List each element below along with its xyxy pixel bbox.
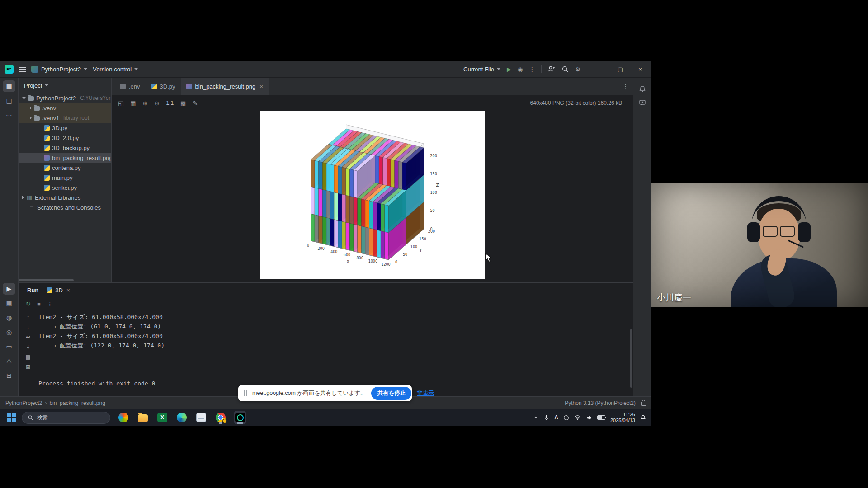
file-explorer-icon[interactable] xyxy=(137,411,149,424)
run-tab[interactable]: 3D × xyxy=(47,287,70,294)
tree-item-senkei-py[interactable]: senkei.py xyxy=(19,183,111,192)
project-widget[interactable]: PythonProject2 xyxy=(31,66,87,73)
settings-gear-icon[interactable]: ⚙ xyxy=(575,66,580,72)
close-icon[interactable]: × xyxy=(259,83,263,90)
tree-item-pythonproject2[interactable]: PythonProject2C:¥Users¥one xyxy=(19,93,111,103)
debug-button[interactable]: ◉ xyxy=(518,66,523,72)
project-tool-icon[interactable]: ▤ xyxy=(3,80,15,92)
editor-tab-3d-py[interactable]: 3D.py xyxy=(146,78,181,95)
clock-icon[interactable] xyxy=(563,415,569,421)
zoom-in-icon[interactable]: ⊕ xyxy=(143,100,148,106)
tree-item-3d-2-0-py[interactable]: 3D_2.0.py xyxy=(19,133,111,143)
zoom-ratio-label[interactable]: 1:1 xyxy=(166,100,174,106)
edge-icon[interactable] xyxy=(176,411,188,424)
scroll-up-icon[interactable]: ↑ xyxy=(23,312,33,322)
edit-external-icon[interactable]: ✎ xyxy=(193,100,198,106)
stop-icon[interactable]: ■ xyxy=(37,301,41,307)
chevron-right-icon[interactable] xyxy=(30,106,32,110)
battery-icon[interactable] xyxy=(597,415,605,420)
ime-indicator[interactable]: A xyxy=(554,414,558,421)
clear-console-icon[interactable]: ⊠ xyxy=(23,362,33,371)
scroll-down-icon[interactable]: ↓ xyxy=(23,322,33,332)
tree-item-external-libraries[interactable]: ▥External Libraries xyxy=(19,192,111,202)
tree-item-main-py[interactable]: main.py xyxy=(19,173,111,183)
close-icon[interactable]: × xyxy=(66,287,70,294)
tree-item-scratches-and-consoles[interactable]: ≣Scratches and Consoles xyxy=(19,202,111,212)
speaker-icon[interactable] xyxy=(586,415,592,421)
viewer-icons: ◱▦⊕⊖ xyxy=(118,100,159,106)
services-tool-icon[interactable]: ◍ xyxy=(3,312,15,324)
drag-handle-icon[interactable] xyxy=(244,390,247,396)
interpreter-widget[interactable]: Python 3.13 (PythonProject2) xyxy=(565,400,636,406)
svg-text:600: 600 xyxy=(343,253,350,257)
search-everywhere-icon[interactable] xyxy=(561,66,569,73)
tree-item-bin-packing-result-png[interactable]: bin_packing_result.png xyxy=(19,153,111,163)
chevron-down-icon[interactable] xyxy=(22,97,26,99)
notepad-icon[interactable] xyxy=(195,411,207,424)
lock-icon[interactable] xyxy=(641,402,646,406)
notification-bell-icon[interactable] xyxy=(640,414,646,421)
horizontal-scrollbar[interactable] xyxy=(19,279,74,281)
version-control-tool-icon[interactable]: ⊞ xyxy=(3,370,15,381)
zoom-out-icon[interactable]: ⊖ xyxy=(155,100,160,106)
breadcrumb-file[interactable]: bin_packing_result.png xyxy=(49,400,105,406)
tree-item-venv[interactable]: .venv xyxy=(19,103,111,113)
project-panel-header[interactable]: Project xyxy=(19,78,111,93)
print-icon[interactable]: ▤ xyxy=(23,352,33,361)
copilot-icon[interactable] xyxy=(118,411,129,424)
version-control-widget[interactable]: Version control xyxy=(93,66,138,73)
console-scrollbar[interactable] xyxy=(630,329,632,388)
webcam-video-tile[interactable]: 小川慶一 xyxy=(651,183,868,307)
breadcrumb-project[interactable]: PythonProject2 xyxy=(5,400,42,406)
code-with-me-icon[interactable] xyxy=(548,66,555,73)
notifications-bell-icon[interactable] xyxy=(637,83,648,95)
scroll-to-end-icon[interactable]: ↧ xyxy=(23,342,33,352)
clock-widget[interactable]: 11:26 2025/04/13 xyxy=(610,412,635,423)
minimize-button[interactable]: – xyxy=(594,66,607,73)
chevron-right-icon[interactable] xyxy=(22,196,24,199)
tree-item-contena-py[interactable]: contena.py xyxy=(19,163,111,173)
python-console-tool-icon[interactable]: ◎ xyxy=(3,326,15,338)
editor-tab-bin-packing-result-png[interactable]: bin_packing_result.png× xyxy=(181,78,269,95)
tree-item-venv1[interactable]: .venv1library root xyxy=(19,113,111,123)
chevron-right-icon[interactable] xyxy=(30,116,32,120)
hidden-icons-chevron-icon[interactable] xyxy=(533,415,538,420)
start-button[interactable] xyxy=(7,413,16,422)
terminal-tool-icon[interactable]: ▭ xyxy=(3,341,15,352)
fit-content-icon[interactable]: ◱ xyxy=(118,100,123,106)
run-tool-icon[interactable]: ▶ xyxy=(3,283,15,295)
run-more-options-icon[interactable]: ⋮ xyxy=(47,301,53,307)
soft-wrap-icon[interactable]: ↩ xyxy=(23,332,33,342)
problems-tool-icon[interactable]: ⚠ xyxy=(3,355,15,367)
tree-item-3d-backup-py[interactable]: 3D_backup.py xyxy=(19,143,111,153)
structure-tool-icon[interactable]: ◫ xyxy=(3,95,15,107)
close-button[interactable]: × xyxy=(633,66,647,73)
wifi-icon[interactable] xyxy=(574,415,581,420)
python-packages-tool-icon[interactable]: ▦ xyxy=(3,297,15,309)
pycharm-taskbar-icon[interactable] xyxy=(234,411,246,424)
rerun-icon[interactable]: ↻ xyxy=(26,301,31,307)
run-button[interactable]: ▶ xyxy=(507,66,511,72)
stop-sharing-button[interactable]: 共有を停止 xyxy=(371,387,411,400)
checkerboard-icon[interactable]: ▩ xyxy=(180,100,186,106)
chevron-down-icon xyxy=(134,68,138,70)
ai-assistant-icon[interactable] xyxy=(637,97,648,108)
main-menu-icon[interactable] xyxy=(19,67,26,72)
chrome-badge xyxy=(222,419,227,423)
chrome-icon[interactable] xyxy=(215,411,226,424)
hide-bar-link[interactable]: 非表示 xyxy=(417,389,434,397)
maximize-button[interactable]: ▢ xyxy=(613,66,627,73)
python-file-icon xyxy=(44,175,50,181)
microphone-icon[interactable] xyxy=(543,414,549,421)
grid-icon[interactable]: ▦ xyxy=(130,100,136,106)
tree-item-3d-py[interactable]: 3D.py xyxy=(19,123,111,133)
more-actions-icon[interactable]: ⋮ xyxy=(529,66,535,72)
run-config-selector[interactable]: Current File xyxy=(463,66,500,73)
titlebar: PC PythonProject2 Version control Curren… xyxy=(0,61,651,78)
svg-text:50: 50 xyxy=(430,209,434,213)
taskbar-search[interactable]: 検索 xyxy=(22,412,110,424)
editor-tab-env[interactable]: .env xyxy=(114,78,146,95)
excel-icon[interactable]: X xyxy=(156,411,168,424)
more-tools-icon[interactable]: ⋯ xyxy=(3,109,15,121)
tab-options-icon[interactable]: ⋮ xyxy=(623,83,628,90)
